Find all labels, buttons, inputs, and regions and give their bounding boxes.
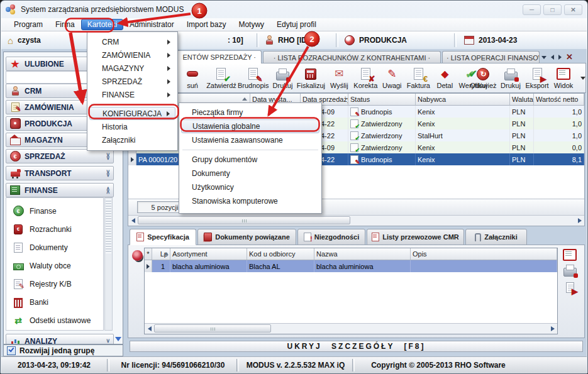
sidebar-item-finanse[interactable]: € Finanse xyxy=(6,202,103,220)
menu-item-grupy-dokumentow[interactable]: Grupy dokumentów xyxy=(181,153,319,167)
scrollbar-thumb[interactable] xyxy=(106,199,111,253)
menu-item-zamowienia[interactable]: ZAMÓWIENIA xyxy=(89,48,175,62)
detail-tab-dokumenty-powiazane[interactable]: Dokumenty powiązane xyxy=(197,229,296,245)
tab-list-dropdown-icon[interactable] xyxy=(541,56,546,59)
user-section[interactable]: RHO [ID: 1] xyxy=(265,31,318,49)
scrollbar-thumb[interactable] xyxy=(154,324,271,333)
menu-item-uzytkownicy[interactable]: Użytkownicy xyxy=(181,180,319,194)
sidebar-group-analizy[interactable]: ANALIZY ∨ xyxy=(6,334,114,344)
toolbar-button-korekta[interactable]: ✘ Korekta xyxy=(352,64,379,92)
sidebar-group-finanse[interactable]: FINANSE ∧∧ xyxy=(6,183,114,197)
menu-edytuj-profil[interactable]: Edytuj profil xyxy=(270,19,323,30)
tab-scroll-left-icon[interactable] xyxy=(551,55,554,60)
menu-item-ustawienia-zaawansowane[interactable]: Ustawienia zaawansowane xyxy=(181,133,319,147)
menu-item-crm[interactable]: CRM xyxy=(89,35,175,48)
sidebar-item-odsetki-ustawowe[interactable]: ⇄ Odsetki ustawowe xyxy=(6,311,103,329)
toolbar-button-brudnopis[interactable]: ✎ Brudnopis xyxy=(237,64,270,92)
menu-program[interactable]: Program xyxy=(8,19,49,30)
expand-one-group-checkbox[interactable] xyxy=(7,346,16,355)
document-icon xyxy=(13,243,24,253)
profile-section[interactable]: ⌂ czysta xyxy=(8,31,41,49)
header-recipient-code[interactable]: Kod u odbiorcy xyxy=(247,248,314,260)
export-spec-button[interactable]: ▶ xyxy=(563,281,577,294)
toolbar-overflow-icon[interactable] xyxy=(580,77,585,80)
header-name[interactable]: Nazwa xyxy=(314,248,411,260)
close-button[interactable]: ✕ xyxy=(564,4,582,15)
menu-item-stanowiska-komputerowe[interactable]: Stanowiska komputerowe xyxy=(181,194,319,208)
minimize-button[interactable]: ─ xyxy=(523,4,541,15)
menu-import-bazy[interactable]: Import bazy xyxy=(180,19,233,30)
menu-item-dokumenty[interactable]: Dokumenty xyxy=(181,167,319,180)
scroll-right-icon[interactable] xyxy=(548,324,557,333)
menu-separator xyxy=(182,150,318,150)
menu-administrator[interactable]: Administrator xyxy=(123,19,180,30)
date-section[interactable]: 2013-04-23 xyxy=(464,31,517,49)
title-bar[interactable]: System zarządzania przedsiębiorstwem MOD… xyxy=(1,1,587,18)
group-label: ULUBIONE xyxy=(25,60,64,69)
tab-lista-operacji-finansowych[interactable]: · LISTA OPERACJI FINANSOWYCH xyxy=(442,51,540,63)
maximize-button[interactable]: □ xyxy=(543,4,562,15)
detail-tab-specyfikacja[interactable]: Specyfikacja xyxy=(130,229,196,245)
menu-item-sprzedaz[interactable]: SPRZEDAŻ xyxy=(89,75,175,88)
print-spec-button[interactable] xyxy=(563,265,577,277)
detail-tab-listy-przewozowe-cmr[interactable]: Listy przewozowe CMR xyxy=(367,229,464,245)
menu-item-pieczatka-firmy[interactable]: Pieczątka firmy xyxy=(181,106,319,119)
toolbar-button-detal[interactable]: ◆ Detal xyxy=(431,64,458,92)
sidebar-item-waluty-obce[interactable]: Waluty obce xyxy=(6,256,103,275)
scrollbar-thumb[interactable] xyxy=(138,216,350,224)
sidebar-scrollbar[interactable] xyxy=(104,197,113,331)
view-list-button[interactable] xyxy=(563,249,577,261)
tab-close-icon[interactable]: ✕ xyxy=(566,54,573,60)
sidebar-group-sprzedaz[interactable]: € SPRZEDAŻ ∨∨ xyxy=(6,149,114,163)
header-currency[interactable]: Waluta xyxy=(510,94,534,105)
menu-item-ustawienia-globalne[interactable]: Ustawienia globalne xyxy=(181,119,319,133)
detail-tab-zalaczniki[interactable]: Załączniki xyxy=(465,229,527,245)
menu-kartoteki[interactable]: Kartoteki xyxy=(81,19,123,30)
scroll-left-icon[interactable] xyxy=(128,216,138,225)
menu-item-finanse[interactable]: FINANSE xyxy=(89,88,175,101)
toolbar-button-zatwierdz[interactable]: ✔ Zatwierdź xyxy=(206,64,237,92)
divider xyxy=(257,33,259,47)
toolbar-button-eksport[interactable]: ▶ Eksport xyxy=(524,64,550,92)
sidebar-scroll-down-button[interactable] xyxy=(114,334,123,343)
menu-firma[interactable]: Firma xyxy=(49,19,81,30)
tab-scroll-right-icon[interactable] xyxy=(558,55,562,60)
toolbar-button-wyslij[interactable]: ✉ Wyślij xyxy=(326,64,352,92)
sidebar-item-rejestry-kb[interactable]: ✎ Rejestry K/B xyxy=(6,275,103,293)
header-assortment[interactable]: Asortyment xyxy=(170,248,247,260)
toolbar-button-faktura[interactable]: € Faktura xyxy=(405,64,431,92)
tab-lista-rozrachunkow[interactable]: · LISTA ROZRACHUNKÓW Z KONTRAHENTAMI · xyxy=(263,51,441,63)
hide-details-button[interactable]: UKRYJ SZCZEGÓŁY [F8] xyxy=(130,341,583,352)
sidebar-item-dokumenty[interactable]: Dokumenty xyxy=(6,238,103,256)
sidebar-group-transport[interactable]: TRANSPORT ∨∨ xyxy=(6,166,114,180)
scroll-left-icon[interactable] xyxy=(145,324,154,333)
checkbox-label: Rozwijaj jedną grupę xyxy=(19,346,94,355)
detail-row-selected[interactable]: 1 blacha aluminiowa Blacha AL blacha alu… xyxy=(145,260,557,272)
menu-item-konfiguracja[interactable]: KONFIGURACJA xyxy=(89,107,175,120)
menu-motywy[interactable]: Motywy xyxy=(232,19,270,30)
sidebar-item-rozrachunki[interactable]: € Rozrachunki xyxy=(6,220,103,238)
home-icon: ⌂ xyxy=(8,35,13,46)
header-status[interactable]: Status xyxy=(348,94,416,105)
department-section[interactable]: PRODUKCJA xyxy=(345,31,407,49)
toolbar-button-drukuj-2[interactable]: Drukuj xyxy=(497,64,524,92)
toolbar-button-uwagi[interactable]: ✎ Uwagi xyxy=(379,64,405,92)
menu-item-historia[interactable]: Historia xyxy=(89,120,175,133)
delete-icon xyxy=(184,67,201,81)
approved-status-icon: ✔ xyxy=(350,143,358,152)
detail-horizontal-scrollbar[interactable] xyxy=(145,323,557,334)
toolbar-button-usun[interactable]: suń xyxy=(179,64,206,92)
menu-item-zalaczniki[interactable]: Załączniki xyxy=(89,133,175,146)
header-lp[interactable]: Lp xyxy=(152,248,170,260)
toolbar-button-drukuj[interactable]: Drukuj xyxy=(270,64,296,92)
header-description[interactable]: Opis xyxy=(411,248,557,260)
menu-item-magazyny[interactable]: MAGAZYNY xyxy=(89,62,175,75)
scroll-right-icon[interactable] xyxy=(575,216,584,225)
header-net-value[interactable]: Wartość netto xyxy=(534,94,584,105)
header-buyer[interactable]: Nabywca xyxy=(416,94,510,105)
detail-tab-niezgodnosci[interactable]: ! Niezgodności xyxy=(297,229,365,245)
sidebar-item-banki[interactable]: Banki xyxy=(6,293,103,311)
table-horizontal-scrollbar[interactable] xyxy=(128,215,584,226)
toolbar-button-widok[interactable]: Widok xyxy=(550,64,577,92)
toolbar-button-fiskalizuj[interactable]: Fiskalizuj xyxy=(296,64,326,92)
